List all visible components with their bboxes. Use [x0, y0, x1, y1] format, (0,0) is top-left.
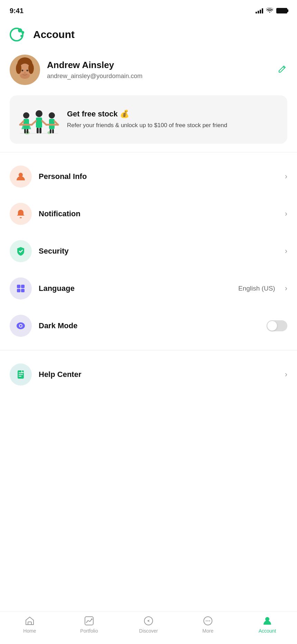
chart-icon: [84, 616, 94, 626]
profile-name: Andrew Ainsley: [47, 60, 271, 70]
section-divider-2: [0, 350, 297, 350]
nav-item-more[interactable]: More: [194, 616, 222, 634]
dark-mode-label: Dark Mode: [39, 321, 260, 330]
language-icon-wrap: [10, 277, 32, 300]
page-title: Account: [33, 29, 75, 40]
compass-icon: [143, 616, 154, 626]
svg-point-2: [21, 31, 24, 34]
wifi-icon: [266, 7, 274, 15]
dark-mode-icon-wrap: [10, 315, 32, 337]
language-value: English (US): [238, 285, 275, 292]
language-label: Language: [39, 284, 231, 293]
notification-icon-wrap: [10, 203, 32, 225]
personal-info-label: Personal Info: [39, 172, 278, 181]
referral-illustration: [17, 102, 61, 137]
menu-item-help-center[interactable]: Help Center ›: [0, 356, 297, 393]
menu-item-notification[interactable]: Notification ›: [0, 195, 297, 233]
referral-text: Get free stock 💰 Refer your friends & un…: [67, 110, 280, 130]
svg-point-49: [91, 618, 93, 620]
status-time: 9:41: [10, 7, 23, 15]
referral-title: Get free stock 💰: [67, 110, 280, 119]
svg-point-35: [20, 217, 22, 218]
menu-item-language[interactable]: Language English (US) ›: [0, 270, 297, 307]
signal-icon: [256, 8, 263, 13]
bottom-navigation: Home Portfolio Discover More: [0, 611, 297, 644]
menu-list-main: Personal Info › Notification › Secur: [0, 155, 297, 347]
svg-point-9: [22, 70, 23, 72]
chevron-right-icon: ›: [285, 284, 287, 293]
svg-rect-18: [24, 129, 26, 133]
svg-point-27: [49, 112, 55, 119]
profile-section: Andrew Ainsley andrew_ainsley@yourdomain…: [0, 49, 297, 92]
app-logo: [10, 26, 28, 44]
profile-info: Andrew Ainsley andrew_ainsley@yourdomain…: [47, 60, 271, 80]
svg-rect-23: [37, 128, 39, 133]
account-person-icon: [262, 616, 272, 626]
personal-info-icon-wrap: [10, 165, 32, 188]
svg-point-1: [18, 28, 22, 32]
home-icon: [25, 616, 35, 626]
menu-item-dark-mode[interactable]: Dark Mode: [0, 307, 297, 344]
svg-rect-47: [28, 622, 31, 625]
chevron-right-icon: ›: [285, 209, 287, 218]
menu-item-personal-info[interactable]: Personal Info ›: [0, 158, 297, 195]
svg-point-11: [24, 72, 26, 73]
svg-point-12: [20, 73, 30, 79]
svg-point-52: [148, 620, 149, 622]
page-header: Account: [0, 19, 297, 49]
toggle-knob: [267, 321, 277, 331]
svg-point-16: [23, 112, 29, 119]
svg-point-54: [206, 621, 207, 622]
shield-icon: [16, 246, 26, 256]
dark-mode-toggle[interactable]: [267, 320, 287, 331]
bell-icon: [16, 209, 26, 219]
svg-point-8: [28, 63, 34, 74]
menu-item-security[interactable]: Security ›: [0, 233, 297, 270]
nav-item-home[interactable]: Home: [16, 616, 44, 634]
svg-rect-38: [17, 289, 20, 292]
chevron-right-icon: ›: [285, 172, 287, 181]
svg-rect-30: [52, 129, 54, 133]
svg-point-7: [16, 63, 21, 74]
svg-point-55: [208, 621, 209, 622]
help-center-icon-wrap: [10, 363, 32, 386]
security-icon-wrap: [10, 240, 32, 262]
nav-item-portfolio[interactable]: Portfolio: [75, 616, 103, 634]
nav-label-more: More: [202, 628, 213, 634]
status-bar: 9:41: [0, 0, 297, 19]
nav-item-account[interactable]: Account: [253, 616, 281, 634]
svg-rect-36: [17, 285, 20, 288]
svg-point-56: [209, 621, 210, 622]
nav-label-discover: Discover: [139, 628, 158, 634]
nav-label-home: Home: [23, 628, 36, 634]
menu-list-help: Help Center ›: [0, 353, 297, 396]
referral-card[interactable]: Get free stock 💰 Refer your friends & un…: [10, 95, 287, 144]
status-icons: [256, 7, 287, 15]
svg-point-42: [20, 325, 22, 327]
doc-icon: [16, 369, 26, 380]
section-divider-1: [0, 152, 297, 152]
grid-icon: [16, 283, 26, 294]
svg-rect-19: [27, 129, 28, 133]
nav-label-account: Account: [259, 628, 276, 634]
nav-item-discover[interactable]: Discover: [135, 616, 162, 634]
person-icon: [16, 171, 26, 182]
svg-rect-22: [36, 117, 42, 128]
svg-rect-24: [39, 128, 41, 133]
avatar: [10, 55, 40, 85]
referral-description: Refer your friends & unlock up to $100 o…: [67, 121, 280, 130]
eye-icon: [16, 321, 26, 331]
notification-label: Notification: [39, 209, 278, 218]
help-center-label: Help Center: [39, 370, 278, 379]
svg-point-21: [36, 110, 42, 117]
svg-rect-37: [21, 285, 25, 288]
profile-email: andrew_ainsley@yourdomain.com: [47, 73, 271, 80]
nav-label-portfolio: Portfolio: [80, 628, 98, 634]
more-icon: [203, 616, 213, 626]
svg-point-3: [20, 35, 22, 37]
edit-profile-button[interactable]: [278, 64, 287, 76]
chevron-right-icon: ›: [285, 370, 287, 379]
svg-rect-39: [21, 289, 25, 292]
svg-point-10: [27, 70, 28, 72]
battery-icon: [276, 8, 287, 13]
